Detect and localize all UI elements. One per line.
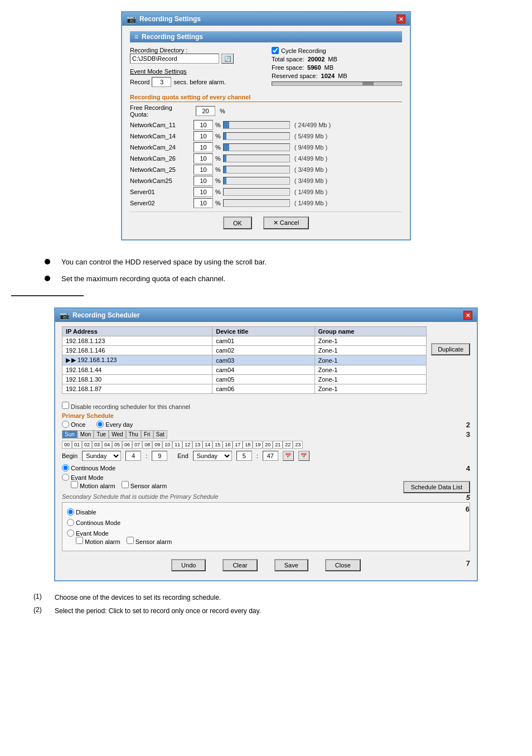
- every-day-option[interactable]: Every day: [96, 421, 133, 428]
- hour-btn-12[interactable]: 12: [182, 441, 192, 449]
- device-row-1[interactable]: 192.168.1.146 cam02 Zone-1: [62, 346, 427, 355]
- secondary-sensor-checkbox[interactable]: [127, 537, 134, 544]
- ok-button[interactable]: OK: [223, 216, 252, 229]
- begin-day-select[interactable]: Sunday: [82, 451, 121, 461]
- every-day-radio[interactable]: [96, 421, 104, 428]
- once-option[interactable]: Once: [62, 421, 85, 428]
- clear-button[interactable]: Clear: [223, 559, 257, 571]
- channel-value-1[interactable]: [194, 131, 213, 141]
- hour-btn-04[interactable]: 04: [102, 441, 112, 449]
- secondary-continuous-option[interactable]: Continous Mode: [67, 519, 465, 526]
- calendar-button[interactable]: 📅: [283, 451, 294, 461]
- event-mode-option[interactable]: Evant Mode: [62, 474, 470, 481]
- device-row-3[interactable]: 192.168.1.44 cam04 Zone-1: [62, 365, 427, 375]
- secondary-event-radio[interactable]: [67, 529, 74, 537]
- cycle-recording-checkbox[interactable]: [272, 47, 279, 54]
- browse-button[interactable]: 🔄: [221, 54, 234, 64]
- motion-alarm-checkbox[interactable]: [71, 481, 78, 488]
- hour-btn-15[interactable]: 15: [212, 441, 223, 449]
- continuous-radio[interactable]: [62, 464, 69, 471]
- hour-btn-21[interactable]: 21: [273, 441, 283, 449]
- begin-hour-input[interactable]: [125, 451, 141, 461]
- day-btn-mon[interactable]: Mon: [78, 430, 94, 439]
- secondary-disable-option[interactable]: Disable: [67, 508, 465, 516]
- disable-checkbox[interactable]: [62, 402, 69, 409]
- hour-btn-07[interactable]: 07: [132, 441, 142, 449]
- channel-value-0[interactable]: [194, 120, 213, 130]
- device-row-4[interactable]: 192.168.1.30 cam05 Zone-1: [62, 375, 427, 384]
- quota-mb-label-7: ( 1/499 Mb ): [294, 200, 327, 206]
- end-day-select[interactable]: Sunday: [193, 451, 232, 461]
- channel-value-3[interactable]: [194, 153, 213, 163]
- close-button-scheduler[interactable]: Close: [325, 559, 361, 571]
- quota-row-2: NetworkCam_24 % ( 9/499 Mb ): [130, 142, 402, 152]
- secondary-continuous-radio[interactable]: [67, 519, 74, 526]
- secondary-motion-checkbox[interactable]: [76, 537, 83, 544]
- duplicate-button[interactable]: Duplicate: [431, 343, 470, 355]
- hour-btn-13[interactable]: 13: [192, 441, 202, 449]
- undo-button[interactable]: Undo: [171, 559, 206, 571]
- channel-value-6[interactable]: [194, 187, 213, 197]
- reserved-space-scrollbar[interactable]: [272, 81, 402, 86]
- channel-value-2[interactable]: [194, 142, 213, 152]
- hour-btn-10[interactable]: 10: [162, 441, 172, 449]
- hour-btn-00[interactable]: 00: [62, 441, 72, 449]
- pct-label-7: %: [215, 200, 221, 206]
- free-quota-input[interactable]: [196, 106, 215, 116]
- hour-btn-09[interactable]: 09: [152, 441, 162, 449]
- day-btn-wed[interactable]: Wed: [109, 430, 125, 439]
- device-row-2[interactable]: ▶ 192.168.1.123 cam03 Zone-1: [62, 355, 427, 365]
- sensor-alarm-checkbox[interactable]: [122, 481, 129, 488]
- save-button[interactable]: Save: [274, 559, 308, 571]
- hour-btn-17[interactable]: 17: [233, 441, 243, 449]
- hour-btn-03[interactable]: 03: [92, 441, 102, 449]
- channel-value-4[interactable]: [194, 165, 213, 175]
- scheduler-camera-icon: 📷: [60, 311, 69, 320]
- cancel-button[interactable]: ✕ Cancel: [263, 216, 309, 229]
- end-hour-input[interactable]: [236, 451, 252, 461]
- bullets-section: You can control the HDD reserved space b…: [45, 257, 487, 284]
- channel-name-5: NetworkCam25: [130, 177, 191, 184]
- secondary-event-option[interactable]: Evant Mode: [67, 529, 465, 537]
- begin-min-input[interactable]: [152, 451, 167, 461]
- hour-btn-18[interactable]: 18: [243, 441, 253, 449]
- hour-btn-05[interactable]: 05: [112, 441, 122, 449]
- scheduler-close-button[interactable]: ✕: [463, 311, 472, 320]
- calendar-button-2[interactable]: 📅: [298, 451, 309, 461]
- end-min-input[interactable]: [263, 451, 278, 461]
- once-radio[interactable]: [62, 421, 69, 428]
- day-btn-sat[interactable]: Sat: [153, 430, 167, 439]
- hour-btn-14[interactable]: 14: [202, 441, 212, 449]
- device-ip-1: 192.168.1.146: [62, 346, 212, 355]
- event-radio[interactable]: [62, 474, 69, 481]
- note-text-2: Select the period: Click to set to recor…: [55, 606, 261, 616]
- day-btn-sun[interactable]: Sun: [62, 430, 78, 439]
- hour-btn-20[interactable]: 20: [263, 441, 273, 449]
- continuous-mode-row: Continous Mode: [62, 464, 470, 471]
- quota-mb-label-5: ( 3/499 Mb ): [294, 177, 327, 184]
- device-row-0[interactable]: 192.168.1.123 cam01 Zone-1: [62, 336, 427, 346]
- directory-input[interactable]: [130, 54, 219, 64]
- secs-input[interactable]: [152, 77, 171, 87]
- hour-btn-01[interactable]: 01: [72, 441, 82, 449]
- hour-btn-23[interactable]: 23: [293, 441, 303, 449]
- hour-btn-22[interactable]: 22: [283, 441, 293, 449]
- day-btn-tue[interactable]: Tue: [94, 430, 109, 439]
- channel-value-7[interactable]: [194, 198, 213, 208]
- hour-btn-02[interactable]: 02: [82, 441, 92, 449]
- continuous-mode-option[interactable]: Continous Mode: [62, 464, 470, 471]
- close-button[interactable]: ✕: [396, 15, 405, 23]
- hour-btn-11[interactable]: 11: [172, 441, 182, 449]
- device-row-5[interactable]: 192.168.1.87 cam06 Zone-1: [62, 384, 427, 394]
- hour-btn-16[interactable]: 16: [223, 441, 233, 449]
- directory-label: Recording Directory :: [130, 47, 260, 54]
- hour-btn-08[interactable]: 08: [142, 441, 152, 449]
- secondary-disable-radio[interactable]: [67, 508, 74, 516]
- day-btn-thu[interactable]: Thu: [126, 430, 141, 439]
- schedule-data-list-button[interactable]: Schedule Data List: [403, 481, 470, 493]
- hour-btn-06[interactable]: 06: [122, 441, 132, 449]
- cycle-recording-label: Cycle Recording: [281, 47, 326, 54]
- day-btn-fri[interactable]: Fri: [141, 430, 153, 439]
- hour-btn-19[interactable]: 19: [253, 441, 263, 449]
- channel-value-5[interactable]: [194, 176, 213, 186]
